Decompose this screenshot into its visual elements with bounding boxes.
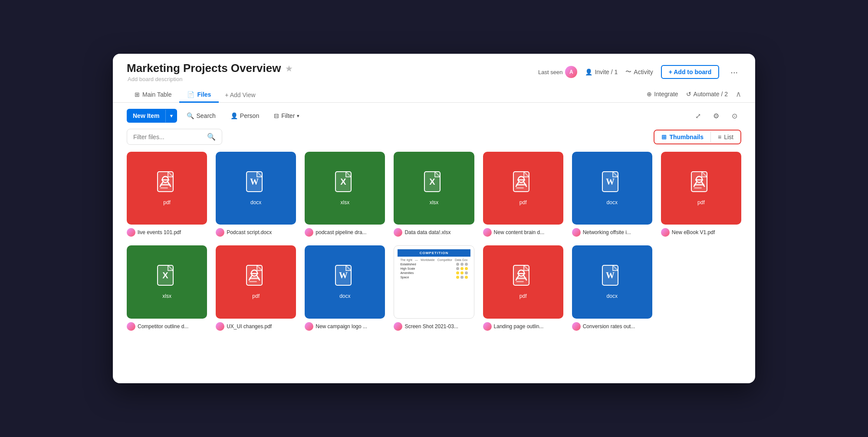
new-item-chevron-icon[interactable]: ▾ bbox=[165, 110, 177, 122]
integrate-button[interactable]: ⊕ Integrate bbox=[647, 91, 678, 98]
svg-text:W: W bbox=[339, 271, 348, 280]
filter-search-icon: 🔍 bbox=[207, 133, 216, 141]
thumbnails-label: Thumbnails bbox=[669, 134, 704, 140]
new-item-button[interactable]: New Item ▾ bbox=[127, 109, 177, 123]
file-thumbnail: W docx bbox=[572, 245, 652, 318]
more-options-button[interactable]: ··· bbox=[727, 65, 741, 79]
main-window: Marketing Projects Overview ★ Add board … bbox=[113, 54, 755, 383]
file-owner-avatar bbox=[661, 228, 670, 237]
file-name: Landing page outlin... bbox=[494, 323, 563, 329]
file-owner-avatar bbox=[305, 322, 313, 331]
file-name-row: New eBook V1.pdf bbox=[661, 228, 741, 237]
file-card[interactable]: W docxConversion rates out... bbox=[572, 245, 652, 330]
file-name: podcast pipeline dra... bbox=[316, 229, 385, 235]
file-card[interactable]: pdflive events 101.pdf bbox=[127, 152, 207, 237]
file-card[interactable]: pdfUX_UI changes.pdf bbox=[216, 245, 296, 330]
tabs-left: ⊞ Main Table 📄 Files + Add View bbox=[127, 88, 262, 102]
file-card[interactable]: W docxPodcast script.docx bbox=[216, 152, 296, 237]
integrate-label: Integrate bbox=[654, 91, 678, 98]
file-icon-wrap: X xlsx bbox=[334, 171, 356, 205]
file-icon-wrap: pdf bbox=[245, 264, 267, 299]
file-name-row: Landing page outlin... bbox=[483, 322, 563, 331]
file-card[interactable]: X xlsxCompetitor outline d... bbox=[127, 245, 207, 330]
filter-input-wrap[interactable]: 🔍 bbox=[127, 129, 222, 145]
view-toggle: ⊞ Thumbnails ≡ List bbox=[654, 130, 741, 144]
file-name: New content brain d... bbox=[494, 229, 563, 235]
board-description[interactable]: Add board description bbox=[127, 76, 293, 82]
file-icon-wrap: pdf bbox=[512, 171, 534, 205]
file-type-label: pdf bbox=[697, 199, 705, 205]
tab-main-table[interactable]: ⊞ Main Table bbox=[127, 88, 179, 103]
tabs-right: ⊕ Integrate ↺ Automate / 2 ∧ bbox=[647, 89, 741, 101]
filter-button[interactable]: ⊟ Filter ▾ bbox=[269, 109, 305, 122]
file-name: New eBook V1.pdf bbox=[672, 229, 741, 235]
file-thumbnail: X xlsx bbox=[127, 245, 207, 318]
file-icon-wrap: W docx bbox=[245, 171, 267, 205]
integrate-icon: ⊕ bbox=[647, 91, 652, 98]
tab-files[interactable]: 📄 Files bbox=[179, 88, 219, 103]
file-card[interactable]: COMPETITION The right — Worldwide Compet… bbox=[394, 245, 474, 330]
file-type-label: pdf bbox=[252, 293, 260, 299]
settings-icon[interactable]: ⚙ bbox=[709, 109, 723, 123]
file-type-label: docx bbox=[339, 293, 350, 299]
filter-chevron-icon: ▾ bbox=[297, 113, 299, 119]
files-icon: 📄 bbox=[187, 91, 194, 98]
file-owner-avatar bbox=[394, 228, 402, 237]
file-icon-wrap: W docx bbox=[601, 171, 623, 205]
file-thumbnail: pdf bbox=[661, 152, 741, 225]
file-card[interactable]: pdfNew eBook V1.pdf bbox=[661, 152, 741, 237]
thumbnails-button[interactable]: ⊞ Thumbnails bbox=[654, 130, 710, 143]
filter-input[interactable] bbox=[133, 134, 204, 140]
file-card[interactable]: X xlsxpodcast pipeline dra... bbox=[305, 152, 385, 237]
add-to-board-label: + Add to board bbox=[669, 68, 712, 75]
search-icon: 🔍 bbox=[187, 112, 194, 119]
file-thumbnail: W docx bbox=[216, 152, 296, 225]
svg-rect-30 bbox=[516, 281, 524, 282]
add-to-board-button[interactable]: + Add to board bbox=[661, 65, 720, 79]
collapse-button[interactable]: ∧ bbox=[736, 89, 741, 99]
last-seen-label: Last seen bbox=[538, 69, 562, 75]
file-owner-avatar bbox=[216, 228, 224, 237]
file-name-row: UX_UI changes.pdf bbox=[216, 322, 296, 331]
file-icon-wrap: X xlsx bbox=[156, 264, 178, 299]
svg-rect-18 bbox=[694, 187, 702, 189]
file-card[interactable]: pdfNew content brain d... bbox=[483, 152, 563, 237]
activity-label: Activity bbox=[634, 68, 653, 75]
expand-icon[interactable]: ⤢ bbox=[691, 109, 705, 123]
file-name: New campaign logo ... bbox=[316, 323, 385, 329]
svg-rect-12 bbox=[516, 187, 524, 189]
file-name-row: Podcast script.docx bbox=[216, 228, 296, 237]
filter-label: Filter bbox=[281, 112, 295, 119]
file-thumbnail: W docx bbox=[572, 152, 652, 225]
list-icon: ≡ bbox=[718, 134, 721, 140]
file-card[interactable]: X xlsxData data data!.xlsx bbox=[394, 152, 474, 237]
invite-button[interactable]: 👤 Invite / 1 bbox=[585, 68, 618, 75]
search-button[interactable]: 🔍 Search bbox=[181, 109, 220, 122]
automate-button[interactable]: ↺ Automate / 2 bbox=[686, 91, 728, 98]
file-thumbnail: pdf bbox=[483, 152, 563, 225]
file-type-label: docx bbox=[250, 199, 261, 205]
filter-icon: ⊟ bbox=[274, 112, 279, 119]
file-type-label: pdf bbox=[519, 293, 527, 299]
svg-rect-2 bbox=[160, 187, 168, 189]
list-button[interactable]: ≡ List bbox=[711, 130, 740, 143]
file-card[interactable]: W docxNetworking offsite i... bbox=[572, 152, 652, 237]
file-thumbnail: X xlsx bbox=[305, 152, 385, 225]
svg-text:W: W bbox=[606, 177, 615, 186]
file-name-row: live events 101.pdf bbox=[127, 228, 207, 237]
tab-files-label: Files bbox=[197, 91, 211, 98]
header: Marketing Projects Overview ★ Add board … bbox=[113, 54, 755, 82]
person-button[interactable]: 👤 Person bbox=[225, 109, 264, 122]
star-icon[interactable]: ★ bbox=[285, 63, 293, 74]
file-thumbnail: COMPETITION The right — Worldwide Compet… bbox=[394, 245, 474, 318]
person-icon: 👤 bbox=[230, 112, 238, 119]
file-owner-avatar bbox=[216, 322, 224, 331]
new-item-label: New Item bbox=[127, 109, 165, 123]
svg-text:X: X bbox=[429, 177, 435, 186]
options-icon[interactable]: ⊙ bbox=[727, 109, 741, 123]
file-card[interactable]: pdfLanding page outlin... bbox=[483, 245, 563, 330]
activity-button[interactable]: 〜 Activity bbox=[625, 68, 653, 76]
file-card[interactable]: W docxNew campaign logo ... bbox=[305, 245, 385, 330]
add-view-button[interactable]: + Add View bbox=[219, 88, 261, 102]
grid-icon: ⊞ bbox=[661, 134, 667, 140]
